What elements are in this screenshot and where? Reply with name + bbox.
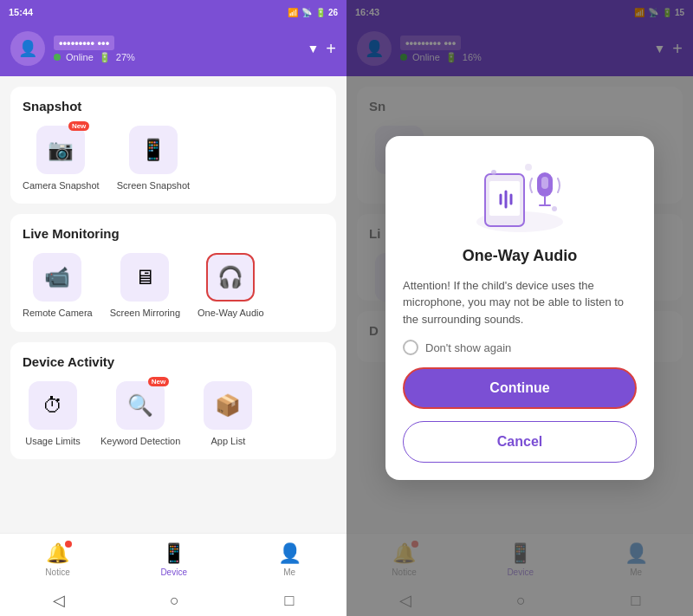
continue-button[interactable]: Continue bbox=[403, 367, 637, 409]
modal-illustration bbox=[468, 157, 572, 235]
camera-snapshot-icon-box: 📷 New bbox=[36, 126, 85, 174]
keyword-detection-icon-box: 🔍 New bbox=[116, 381, 165, 430]
online-label: Online bbox=[66, 52, 94, 62]
svg-point-10 bbox=[491, 170, 496, 175]
notice-badge bbox=[65, 541, 72, 548]
keyword-detection-item[interactable]: 🔍 New Keyword Detection bbox=[100, 381, 180, 447]
left-status-icons: 📶 📡 🔋 26 bbox=[288, 8, 338, 17]
app-list-label: App List bbox=[210, 435, 245, 447]
audio-illustration-svg bbox=[468, 157, 572, 235]
keyword-detection-label: Keyword Detection bbox=[100, 435, 180, 447]
cancel-button[interactable]: Cancel bbox=[403, 421, 637, 463]
wifi-icon: 📡 bbox=[301, 8, 312, 17]
svg-point-12 bbox=[552, 206, 557, 211]
right-panel: 16:43 📶 📡 🔋 15 👤 ••••••••• ••• Online 🔋 … bbox=[346, 0, 693, 616]
screen-mirroring-icon: 🖥 bbox=[134, 265, 155, 289]
usage-limits-icon-box: ⏱ bbox=[29, 381, 77, 430]
device-activity-grid: ⏱ Usage Limits 🔍 New Keyword Detection 📦 bbox=[23, 381, 324, 447]
app-list-icon-box: 📦 bbox=[204, 381, 252, 430]
camera-icon: 📷 bbox=[48, 138, 74, 162]
usage-limits-icon: ⏱ bbox=[42, 393, 63, 418]
left-header-actions: ▼ + bbox=[307, 39, 336, 59]
svg-rect-7 bbox=[541, 177, 548, 189]
screen-mirroring-item[interactable]: 🖥 Screen Mirroring bbox=[110, 253, 180, 319]
one-way-audio-label: One-Way Audio bbox=[198, 307, 264, 319]
one-way-audio-icon-box: 🎧 bbox=[206, 253, 255, 302]
left-bottom-nav: 🔔 Notice 📱 Device 👤 Me bbox=[0, 533, 346, 585]
live-monitoring-section: Live Monitoring 📹 Remote Camera 🖥 Screen… bbox=[10, 214, 336, 331]
one-way-audio-icon: 🎧 bbox=[217, 265, 243, 289]
live-monitoring-grid: 📹 Remote Camera 🖥 Screen Mirroring 🎧 One… bbox=[23, 253, 324, 319]
left-username: ••••••••• ••• bbox=[54, 36, 114, 50]
left-content: Snapshot 📷 New Camera Snapshot 📱 Screen … bbox=[0, 76, 346, 533]
modal-title: One-Way Audio bbox=[463, 247, 578, 265]
dropdown-icon[interactable]: ▼ bbox=[307, 42, 319, 55]
remote-camera-item[interactable]: 📹 Remote Camera bbox=[23, 253, 93, 319]
modal-checkbox-row[interactable]: Don't show again bbox=[403, 340, 511, 355]
device-activity-section: Device Activity ⏱ Usage Limits 🔍 New Key… bbox=[10, 342, 336, 459]
left-nav-bar: ◁ ○ □ bbox=[0, 585, 346, 616]
one-way-audio-item[interactable]: 🎧 One-Way Audio bbox=[198, 253, 264, 319]
device-nav-label: Device bbox=[160, 567, 187, 577]
left-avatar: 👤 bbox=[10, 31, 45, 66]
remote-camera-icon: 📹 bbox=[44, 265, 70, 289]
remote-camera-icon-box: 📹 bbox=[33, 253, 81, 302]
left-nav-me[interactable]: 👤 Me bbox=[278, 542, 301, 577]
battery-icon: 🔋 bbox=[99, 52, 111, 63]
device-nav-icon: 📱 bbox=[162, 542, 185, 565]
left-time: 15:44 bbox=[9, 7, 33, 17]
remote-camera-label: Remote Camera bbox=[23, 307, 93, 319]
battery-percent: 27% bbox=[116, 52, 135, 62]
modal-description: Attention! If the child's device uses th… bbox=[403, 277, 637, 328]
screen-mirroring-label: Screen Mirroring bbox=[110, 307, 180, 319]
modal-overlay: One-Way Audio Attention! If the child's … bbox=[346, 0, 693, 616]
left-user-status: Online 🔋 27% bbox=[54, 52, 298, 63]
left-nav-device[interactable]: 📱 Device bbox=[160, 542, 187, 577]
screen-snapshot-icon-box: 📱 bbox=[129, 126, 178, 174]
left-panel: 15:44 📶 📡 🔋 26 👤 ••••••••• ••• Online 🔋 … bbox=[0, 0, 346, 616]
add-button[interactable]: + bbox=[326, 39, 336, 59]
me-nav-label: Me bbox=[283, 567, 295, 577]
usage-limits-item[interactable]: ⏱ Usage Limits bbox=[23, 381, 83, 447]
snapshot-grid: 📷 New Camera Snapshot 📱 Screen Snapshot bbox=[23, 126, 324, 191]
screen-snapshot-label: Screen Snapshot bbox=[117, 179, 190, 191]
app-list-item[interactable]: 📦 App List bbox=[198, 381, 258, 447]
screen-snapshot-item[interactable]: 📱 Screen Snapshot bbox=[117, 126, 190, 191]
keyword-badge: New bbox=[148, 377, 169, 386]
camera-snapshot-label: Camera Snapshot bbox=[23, 179, 100, 191]
me-nav-icon: 👤 bbox=[278, 542, 301, 565]
left-status-bar: 15:44 📶 📡 🔋 26 bbox=[0, 0, 346, 24]
dont-show-label: Don't show again bbox=[425, 341, 511, 354]
one-way-audio-modal: One-Way Audio Attention! If the child's … bbox=[385, 136, 654, 481]
snapshot-title: Snapshot bbox=[23, 99, 324, 113]
battery-label: 🔋 26 bbox=[315, 8, 338, 17]
online-dot bbox=[54, 54, 61, 61]
keyword-detection-icon: 🔍 bbox=[127, 393, 153, 418]
left-user-info: ••••••••• ••• Online 🔋 27% bbox=[54, 35, 298, 63]
svg-point-11 bbox=[525, 164, 532, 171]
screen-mirroring-icon-box: 🖥 bbox=[120, 253, 169, 302]
live-monitoring-title: Live Monitoring bbox=[23, 226, 324, 241]
recents-button[interactable]: □ bbox=[284, 592, 294, 610]
notice-nav-label: Notice bbox=[45, 567, 69, 577]
usage-limits-label: Usage Limits bbox=[25, 435, 81, 447]
signal-icon: 📶 bbox=[288, 8, 298, 17]
device-activity-title: Device Activity bbox=[23, 354, 324, 369]
snapshot-section: Snapshot 📷 New Camera Snapshot 📱 Screen … bbox=[10, 87, 336, 204]
left-nav-notice[interactable]: 🔔 Notice bbox=[45, 542, 69, 577]
dont-show-checkbox[interactable] bbox=[403, 340, 418, 355]
screen-icon: 📱 bbox=[140, 138, 166, 162]
camera-snapshot-item[interactable]: 📷 New Camera Snapshot bbox=[23, 126, 100, 191]
camera-badge: New bbox=[68, 121, 89, 131]
back-button[interactable]: ◁ bbox=[53, 591, 65, 610]
left-header: 👤 ••••••••• ••• Online 🔋 27% ▼ + bbox=[0, 24, 346, 76]
app-list-icon: 📦 bbox=[215, 393, 241, 418]
home-button[interactable]: ○ bbox=[170, 592, 179, 610]
